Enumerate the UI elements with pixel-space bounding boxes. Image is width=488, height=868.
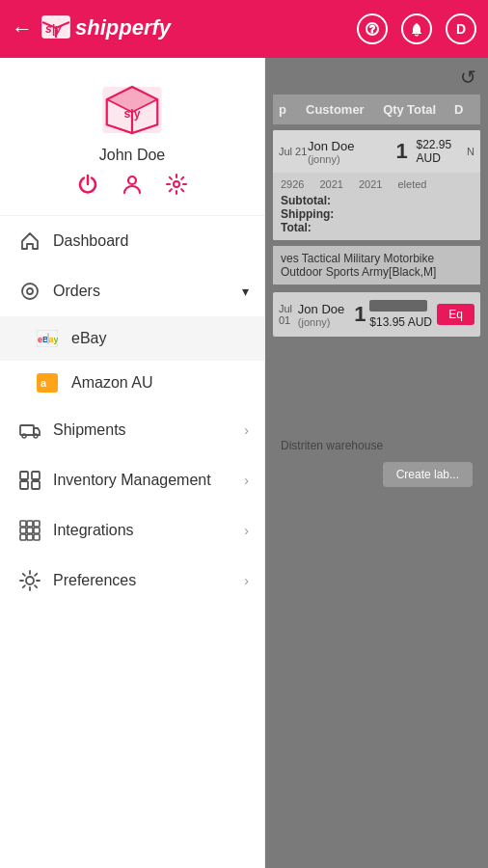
nav-amazon[interactable]: a Amazon AU <box>0 361 264 405</box>
integrations-label: Integrations <box>53 522 244 539</box>
svg-rect-27 <box>32 472 40 479</box>
svg-rect-20 <box>47 333 49 344</box>
preferences-arrow-icon: › <box>244 573 249 588</box>
svg-rect-33 <box>20 528 26 533</box>
amazon-label: Amazon AU <box>71 374 152 392</box>
shipments-arrow-icon: › <box>244 422 249 438</box>
svg-rect-38 <box>34 534 40 540</box>
svg-point-16 <box>22 284 38 299</box>
svg-text:s|y: s|y <box>123 107 140 121</box>
order-detail-1: 2926 2021 2021 eleted Subtotal: Shipping… <box>273 173 480 240</box>
create-label-button[interactable]: Create lab... <box>383 462 473 487</box>
svg-text:s|y: s|y <box>45 22 63 36</box>
col-p: p <box>279 102 306 117</box>
svg-rect-29 <box>32 481 40 489</box>
user-avatar-button[interactable]: D <box>446 14 476 44</box>
table-header: p Customer Qty Total D <box>273 95 480 124</box>
order-date-1: Jul 21 <box>279 146 308 157</box>
total-label: Total: <box>281 221 312 234</box>
main-layout: s|y John Doe <box>0 58 488 868</box>
order-card-2: Jul 01 Jon Doe (jonny) 1 $13.95 AUD Eq <box>273 292 480 337</box>
edit-button[interactable]: Eq <box>437 304 474 325</box>
shipments-label: Shipments <box>53 421 244 439</box>
integrations-arrow-icon: › <box>244 523 249 538</box>
notifications-button[interactable] <box>401 14 432 44</box>
header-icons: ? D <box>357 14 476 44</box>
inventory-label: Inventory Management <box>53 472 244 489</box>
order-date-detail-1: 2021 <box>319 178 342 190</box>
svg-text:shipperfy: shipperfy <box>75 15 173 40</box>
back-button[interactable]: ← <box>12 16 33 41</box>
amazon-icon: a <box>35 373 60 393</box>
profile-name: John Doe <box>99 147 166 164</box>
nav-ebay[interactable]: eBay eBay <box>0 316 264 361</box>
order-date-2: Jul 01 <box>279 303 298 326</box>
nav-orders[interactable]: Orders ▾ <box>0 266 264 316</box>
order-customer-1: Jon Doe (jonny) <box>308 139 388 165</box>
user-profile-button[interactable] <box>122 174 143 200</box>
nav-inventory[interactable]: Inventory Management › <box>0 455 264 505</box>
refresh-button[interactable]: ↺ <box>460 66 476 89</box>
nav-shipments[interactable]: Shipments › <box>0 405 264 455</box>
svg-point-15 <box>174 181 179 187</box>
customer-handle-1: (jonny) <box>308 153 388 165</box>
nav-integrations[interactable]: Integrations › <box>0 505 264 556</box>
svg-point-25 <box>34 434 38 438</box>
order-id-1: 2926 <box>281 178 304 190</box>
svg-rect-31 <box>27 521 33 527</box>
svg-rect-36 <box>20 534 26 540</box>
shipments-icon <box>18 419 41 442</box>
col-customer: Customer <box>306 102 380 117</box>
content-area: ↺ p Customer Qty Total D Jul 21 Jon Doe … <box>265 58 488 868</box>
app-header: ← s|y shipperfy ? D <box>0 0 488 58</box>
power-button[interactable] <box>77 174 98 200</box>
order-customer-2: Jon Doe (jonny) <box>298 302 351 328</box>
svg-rect-35 <box>34 528 40 533</box>
dashboard-icon <box>18 230 41 253</box>
nav-dashboard[interactable]: Dashboard <box>0 216 264 266</box>
svg-text:a: a <box>41 377 47 389</box>
order-total-2: $13.95 AUD <box>369 315 437 329</box>
customer-name-1: Jon Doe <box>308 139 388 153</box>
help-button[interactable]: ? <box>357 14 388 44</box>
shipping-label: Shipping: <box>281 207 334 221</box>
order-date-detail-2: 2021 <box>359 178 382 190</box>
svg-point-39 <box>26 577 34 584</box>
order-qty-2: 1 <box>350 302 369 327</box>
inventory-arrow-icon: › <box>244 473 249 488</box>
subtotal-label: Subtotal: <box>281 194 331 207</box>
svg-rect-30 <box>20 521 26 527</box>
orders-label: Orders <box>53 283 242 300</box>
settings-icon-button[interactable] <box>166 174 187 200</box>
warehouse-label: Distriten warehouse <box>273 433 480 458</box>
col-d: D <box>454 102 474 117</box>
brand-logo: s|y <box>98 81 166 139</box>
order-card-1: Jul 21 Jon Doe (jonny) 1 $22.95 AUD N 29… <box>273 130 480 240</box>
app-logo: s|y shipperfy <box>41 9 357 49</box>
orders-icon <box>18 280 41 303</box>
preferences-label: Preferences <box>53 572 244 589</box>
order-row-2: Jul 01 Jon Doe (jonny) 1 $13.95 AUD Eq <box>273 292 480 337</box>
customer-handle-2: (jonny) <box>298 316 351 328</box>
profile-actions <box>77 174 187 200</box>
content-inner: ↺ p Customer Qty Total D Jul 21 Jon Doe … <box>265 58 488 868</box>
svg-rect-26 <box>20 472 28 479</box>
orders-dropdown-icon: ▾ <box>242 284 249 299</box>
order-qty-1: 1 <box>388 139 417 164</box>
inventory-icon <box>18 469 41 492</box>
svg-point-17 <box>27 288 33 294</box>
col-total: Total <box>407 102 454 117</box>
product-description: ves Tactical Military Motorbike Outdoor … <box>273 246 480 285</box>
svg-rect-23 <box>20 425 34 435</box>
svg-rect-37 <box>27 534 33 540</box>
col-qty: Qty <box>380 102 407 117</box>
order-row-1: Jul 21 Jon Doe (jonny) 1 $22.95 AUD N <box>273 130 480 173</box>
nav-preferences[interactable]: Preferences › <box>0 556 264 606</box>
warehouse-section: Distriten warehouse Create lab... <box>273 433 480 458</box>
order-status-1: N <box>467 146 474 157</box>
order-total-1: $22.95 AUD <box>417 138 468 165</box>
ebay-label: eBay <box>71 330 106 347</box>
order-deleted-label: eleted <box>397 178 426 190</box>
ebay-icon: eBay <box>35 329 60 348</box>
svg-point-24 <box>22 434 26 438</box>
